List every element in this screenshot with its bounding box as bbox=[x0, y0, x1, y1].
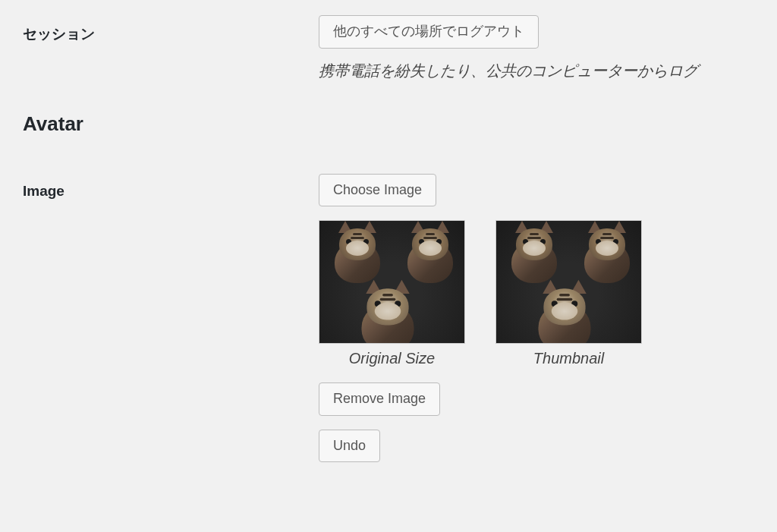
image-action-buttons: Remove Image Undo bbox=[319, 382, 777, 468]
logout-everywhere-button[interactable]: 他のすべての場所でログアウト bbox=[319, 15, 539, 49]
image-row: Image Choose Image bbox=[23, 174, 777, 469]
remove-image-button[interactable]: Remove Image bbox=[319, 382, 440, 416]
undo-button[interactable]: Undo bbox=[319, 430, 380, 463]
choose-image-button[interactable]: Choose Image bbox=[319, 174, 436, 207]
session-content: 他のすべての場所でログアウト 携帯電話を紛失したり、公共のコンピューターからログ bbox=[319, 15, 777, 82]
image-label: Image bbox=[23, 174, 319, 200]
session-label: セッション bbox=[23, 15, 319, 44]
thumbnail-caption: Thumbnail bbox=[495, 350, 642, 367]
image-previews: Original Size bbox=[319, 220, 777, 367]
thumbnail-image-item: Thumbnail bbox=[495, 220, 642, 367]
original-image-item: Original Size bbox=[319, 220, 465, 367]
session-row: セッション 他のすべての場所でログアウト 携帯電話を紛失したり、公共のコンピュー… bbox=[23, 15, 777, 82]
original-caption: Original Size bbox=[319, 350, 465, 367]
avatar-heading: Avatar bbox=[23, 112, 777, 136]
thumbnail-image-preview bbox=[495, 220, 642, 344]
original-image-preview bbox=[319, 220, 465, 344]
image-content: Choose Image bbox=[319, 174, 777, 469]
session-description: 携帯電話を紛失したり、公共のコンピューターからログ bbox=[319, 59, 777, 82]
